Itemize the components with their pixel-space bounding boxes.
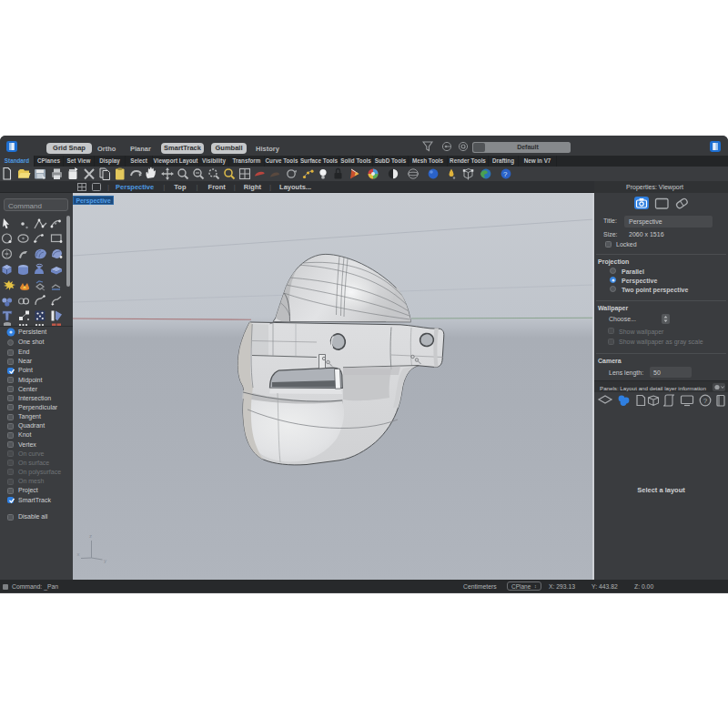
svg-text:?: ? — [503, 170, 508, 178]
svg-text:z: z — [89, 533, 92, 539]
svg-text:?: ? — [703, 397, 708, 405]
svg-text:x: x — [77, 551, 80, 557]
svg-text:y: y — [104, 558, 106, 563]
